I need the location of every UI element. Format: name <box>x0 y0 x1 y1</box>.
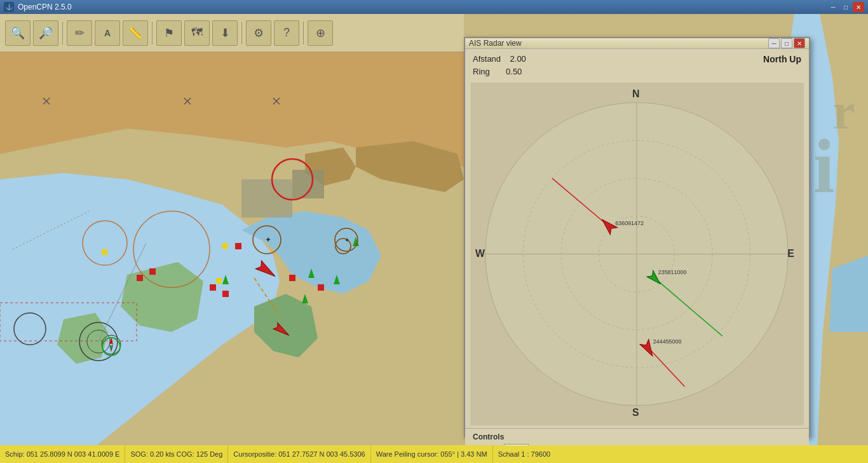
title-bar: ⚓ OpenCPN 2.5.0 ─ □ ✕ <box>0 0 868 14</box>
ring-label: Ring <box>473 67 490 76</box>
sog-cog-section: SOG: 0.20 kts COG: 125 Deg <box>125 445 228 463</box>
annotate-button[interactable]: A <box>95 20 120 46</box>
radar-restore-button[interactable]: □ <box>781 38 792 48</box>
svg-text:235811000: 235811000 <box>658 269 687 275</box>
ais-radar-title: AIS Radar view <box>469 39 522 48</box>
cursor-position-section: Cursorpositie: 051 27.7527 N 003 45.5306 <box>228 445 370 463</box>
route-button[interactable]: ✏ <box>67 20 92 46</box>
info-left: Afstand 2.00 Ring 0.50 <box>473 53 526 78</box>
app-title: OpenCPN 2.5.0 <box>18 3 72 11</box>
bearing-display: Ware Peiling cursor: 055° | 3.43 NM <box>376 450 487 458</box>
afstand-display: Afstand 2.00 <box>473 53 526 66</box>
chart-area[interactable]: ✦ ✦ ✦ <box>0 52 464 463</box>
window-controls: ─ □ ✕ <box>827 2 864 12</box>
settings-button[interactable]: ⚙ <box>246 20 271 46</box>
radar-svg: N S W E 636091472 235811000 <box>470 83 804 425</box>
sog-cog: SOG: 0.20 kts COG: 125 Deg <box>130 450 222 458</box>
svg-text:N: N <box>632 88 639 99</box>
app-icon: ⚓ <box>4 2 14 12</box>
maximize-button[interactable]: □ <box>840 2 851 12</box>
svg-text:244455000: 244455000 <box>653 338 682 345</box>
radar-minimize-button[interactable]: ─ <box>768 38 780 48</box>
status-bar: Schip: 051 25.8099 N 003 41.0009 E SOG: … <box>0 445 868 463</box>
toolbar: 🔍 🔎 ✏ A 📏 ⚑ 🗺 ⬇ ⚙ ? ⊕ <box>0 14 464 52</box>
ring-value: 0.50 <box>506 67 522 76</box>
svg-text:✦: ✦ <box>109 343 114 350</box>
svg-rect-38 <box>216 278 222 284</box>
toolbar-separator-3 <box>241 22 242 45</box>
north-up-indicator: North Up <box>763 53 801 64</box>
bearing-section: Ware Peiling cursor: 055° | 3.43 NM <box>371 445 493 463</box>
download-button[interactable]: ⬇ <box>212 20 238 46</box>
radar-close-button[interactable]: ✕ <box>794 38 805 48</box>
svg-text:✦: ✦ <box>344 237 349 244</box>
svg-text:✦: ✦ <box>265 235 271 244</box>
cursor-position: Cursorpositie: 051 27.7527 N 003 45.5306 <box>233 450 365 458</box>
toolbar-separator-4 <box>303 22 304 45</box>
controls-label: Controls <box>473 432 801 441</box>
zoom-in-button[interactable]: 🔍 <box>5 20 31 46</box>
scale-display: Schaal 1 : 79600 <box>498 450 551 458</box>
chart-svg: ✦ ✦ ✦ <box>0 52 464 463</box>
scale-section: Schaal 1 : 79600 <box>493 445 556 463</box>
svg-rect-33 <box>222 291 229 297</box>
radar-display[interactable]: N S W E 636091472 235811000 <box>470 83 804 425</box>
svg-text:636091472: 636091472 <box>615 220 644 226</box>
ship-position: Schip: 051 25.8099 N 003 41.0009 E <box>5 450 119 458</box>
radar-window-controls: ─ □ ✕ <box>768 38 805 48</box>
measure-button[interactable]: 📏 <box>123 20 148 46</box>
toolbar-separator-1 <box>62 22 63 45</box>
svg-rect-36 <box>235 243 241 249</box>
svg-text:i: i <box>813 124 834 209</box>
ring-display: Ring 0.50 <box>473 66 526 78</box>
minimize-button[interactable]: ─ <box>827 2 839 12</box>
svg-text:W: W <box>475 248 485 259</box>
toolbar-separator-2 <box>152 22 153 45</box>
ais-radar-info: Afstand 2.00 Ring 0.50 North Up <box>465 49 809 80</box>
svg-rect-10 <box>292 170 324 198</box>
ais-radar-titlebar: AIS Radar view ─ □ ✕ <box>465 38 809 49</box>
svg-text:r: r <box>832 83 855 139</box>
waypoint-button[interactable]: ⚑ <box>156 20 182 46</box>
title-left: ⚓ OpenCPN 2.5.0 <box>4 2 72 12</box>
afstand-value: 2.00 <box>510 54 526 64</box>
ais-radar-window: AIS Radar view ─ □ ✕ Afstand 2.00 Ring 0… <box>464 37 810 438</box>
svg-text:S: S <box>632 407 639 418</box>
help-button[interactable]: ? <box>274 20 299 46</box>
svg-rect-35 <box>318 284 324 291</box>
svg-text:E: E <box>787 248 794 259</box>
svg-rect-37 <box>102 249 107 255</box>
afstand-label: Afstand <box>473 54 501 64</box>
ship-position-section: Schip: 051 25.8099 N 003 41.0009 E <box>0 445 125 463</box>
gps-button[interactable]: ⊕ <box>308 20 333 46</box>
svg-rect-32 <box>210 284 216 291</box>
svg-rect-31 <box>149 268 156 275</box>
svg-rect-34 <box>289 275 295 281</box>
svg-rect-30 <box>137 275 143 281</box>
close-button[interactable]: ✕ <box>853 2 864 12</box>
chart-button[interactable]: 🗺 <box>184 20 210 46</box>
zoom-out-button[interactable]: 🔎 <box>33 20 58 46</box>
